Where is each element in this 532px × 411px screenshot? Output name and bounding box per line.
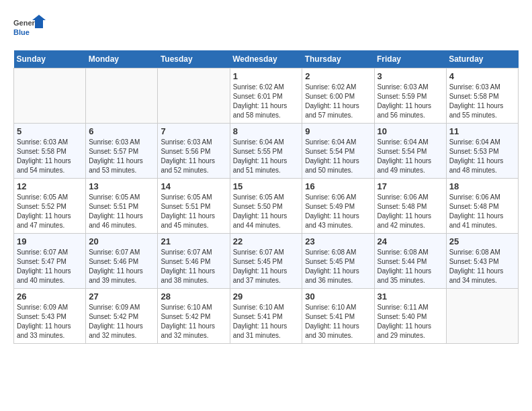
day-number: 24 [378, 236, 443, 246]
calendar-cell: 21Sunrise: 6:07 AMSunset: 5:46 PMDayligh… [158, 234, 230, 289]
day-info: Sunrise: 6:06 AMSunset: 5:48 PMDaylight:… [378, 193, 443, 230]
day-info: Sunrise: 6:07 AMSunset: 5:45 PMDaylight:… [233, 248, 300, 285]
days-header-row: SundayMondayTuesdayWednesdayThursdayFrid… [14, 50, 519, 68]
day-number: 2 [305, 71, 371, 81]
day-number: 1 [233, 71, 300, 81]
calendar-cell: 18Sunrise: 6:06 AMSunset: 5:48 PMDayligh… [446, 179, 518, 234]
calendar-cell: 4Sunrise: 6:03 AMSunset: 5:58 PMDaylight… [446, 68, 518, 124]
calendar-cell: 17Sunrise: 6:06 AMSunset: 5:48 PMDayligh… [374, 179, 446, 234]
day-info: Sunrise: 6:04 AMSunset: 5:54 PMDaylight:… [378, 138, 443, 175]
calendar-cell: 30Sunrise: 6:10 AMSunset: 5:41 PMDayligh… [302, 289, 374, 344]
calendar-cell: 27Sunrise: 6:09 AMSunset: 5:42 PMDayligh… [86, 289, 158, 344]
day-info: Sunrise: 6:07 AMSunset: 5:46 PMDaylight:… [89, 248, 154, 285]
day-number: 8 [233, 126, 300, 136]
calendar-cell [158, 68, 230, 124]
day-info: Sunrise: 6:03 AMSunset: 5:58 PMDaylight:… [17, 138, 83, 175]
day-number: 18 [449, 181, 515, 191]
day-number: 20 [89, 236, 154, 246]
calendar-cell: 14Sunrise: 6:05 AMSunset: 5:51 PMDayligh… [158, 179, 230, 234]
calendar-cell: 11Sunrise: 6:04 AMSunset: 5:53 PMDayligh… [446, 124, 518, 179]
day-info: Sunrise: 6:03 AMSunset: 5:57 PMDaylight:… [89, 138, 154, 175]
day-info: Sunrise: 6:02 AMSunset: 6:01 PMDaylight:… [233, 83, 300, 120]
day-number: 19 [17, 236, 83, 246]
day-number: 23 [305, 236, 371, 246]
day-number: 10 [378, 126, 443, 136]
day-info: Sunrise: 6:07 AMSunset: 5:47 PMDaylight:… [17, 248, 83, 285]
calendar-cell [446, 289, 518, 344]
calendar-table: SundayMondayTuesdayWednesdayThursdayFrid… [13, 50, 519, 344]
day-number: 5 [17, 126, 83, 136]
day-info: Sunrise: 6:04 AMSunset: 5:55 PMDaylight:… [233, 138, 300, 175]
calendar-cell: 13Sunrise: 6:05 AMSunset: 5:51 PMDayligh… [86, 179, 158, 234]
calendar-cell: 23Sunrise: 6:08 AMSunset: 5:45 PMDayligh… [302, 234, 374, 289]
day-info: Sunrise: 6:06 AMSunset: 5:49 PMDaylight:… [305, 193, 371, 230]
day-header-wednesday: Wednesday [230, 50, 302, 68]
calendar-cell: 26Sunrise: 6:09 AMSunset: 5:43 PMDayligh… [14, 289, 86, 344]
day-header-thursday: Thursday [302, 50, 374, 68]
day-number: 15 [233, 181, 300, 191]
day-number: 7 [161, 126, 226, 136]
calendar-cell: 6Sunrise: 6:03 AMSunset: 5:57 PMDaylight… [86, 124, 158, 179]
calendar-week-4: 19Sunrise: 6:07 AMSunset: 5:47 PMDayligh… [14, 234, 519, 289]
day-number: 26 [17, 291, 83, 302]
day-header-tuesday: Tuesday [158, 50, 230, 68]
calendar-cell: 3Sunrise: 6:03 AMSunset: 5:59 PMDaylight… [374, 68, 446, 124]
calendar-cell [14, 68, 86, 124]
calendar-cell: 1Sunrise: 6:02 AMSunset: 6:01 PMDaylight… [230, 68, 302, 124]
calendar-week-1: 1Sunrise: 6:02 AMSunset: 6:01 PMDaylight… [14, 68, 519, 124]
day-number: 17 [378, 181, 443, 191]
calendar-cell: 22Sunrise: 6:07 AMSunset: 5:45 PMDayligh… [230, 234, 302, 289]
day-number: 13 [89, 181, 154, 191]
calendar-week-2: 5Sunrise: 6:03 AMSunset: 5:58 PMDaylight… [14, 124, 519, 179]
day-number: 9 [305, 126, 371, 136]
day-info: Sunrise: 6:09 AMSunset: 5:42 PMDaylight:… [89, 303, 154, 340]
day-number: 30 [305, 291, 371, 302]
calendar-cell: 20Sunrise: 6:07 AMSunset: 5:46 PMDayligh… [86, 234, 158, 289]
calendar-cell: 25Sunrise: 6:08 AMSunset: 5:43 PMDayligh… [446, 234, 518, 289]
day-info: Sunrise: 6:05 AMSunset: 5:50 PMDaylight:… [233, 193, 300, 230]
day-number: 21 [161, 236, 226, 246]
day-number: 12 [17, 181, 83, 191]
day-info: Sunrise: 6:09 AMSunset: 5:43 PMDaylight:… [17, 303, 83, 340]
calendar-cell: 15Sunrise: 6:05 AMSunset: 5:50 PMDayligh… [230, 179, 302, 234]
day-info: Sunrise: 6:11 AMSunset: 5:40 PMDaylight:… [378, 303, 443, 340]
day-info: Sunrise: 6:08 AMSunset: 5:45 PMDaylight:… [305, 248, 371, 285]
calendar-cell: 8Sunrise: 6:04 AMSunset: 5:55 PMDaylight… [230, 124, 302, 179]
day-info: Sunrise: 6:10 AMSunset: 5:42 PMDaylight:… [161, 303, 226, 340]
day-info: Sunrise: 6:08 AMSunset: 5:43 PMDaylight:… [449, 248, 515, 285]
day-number: 4 [449, 71, 515, 81]
calendar-week-5: 26Sunrise: 6:09 AMSunset: 5:43 PMDayligh… [14, 289, 519, 344]
calendar-cell: 24Sunrise: 6:08 AMSunset: 5:44 PMDayligh… [374, 234, 446, 289]
day-header-monday: Monday [86, 50, 158, 68]
svg-text:Blue: Blue [13, 28, 30, 36]
calendar-cell [86, 68, 158, 124]
day-info: Sunrise: 6:10 AMSunset: 5:41 PMDaylight:… [305, 303, 371, 340]
day-number: 14 [161, 181, 226, 191]
day-number: 22 [233, 236, 300, 246]
calendar-cell: 7Sunrise: 6:03 AMSunset: 5:56 PMDaylight… [158, 124, 230, 179]
day-info: Sunrise: 6:06 AMSunset: 5:48 PMDaylight:… [449, 193, 515, 230]
calendar-cell: 5Sunrise: 6:03 AMSunset: 5:58 PMDaylight… [14, 124, 86, 179]
day-info: Sunrise: 6:05 AMSunset: 5:52 PMDaylight:… [17, 193, 83, 230]
day-number: 27 [89, 291, 154, 302]
day-info: Sunrise: 6:05 AMSunset: 5:51 PMDaylight:… [161, 193, 226, 230]
calendar-cell: 2Sunrise: 6:02 AMSunset: 6:00 PMDaylight… [302, 68, 374, 124]
day-header-saturday: Saturday [446, 50, 518, 68]
calendar-cell: 10Sunrise: 6:04 AMSunset: 5:54 PMDayligh… [374, 124, 446, 179]
header: General Blue [13, 13, 519, 44]
calendar-cell: 12Sunrise: 6:05 AMSunset: 5:52 PMDayligh… [14, 179, 86, 234]
day-info: Sunrise: 6:03 AMSunset: 5:59 PMDaylight:… [378, 83, 443, 120]
day-info: Sunrise: 6:03 AMSunset: 5:56 PMDaylight:… [161, 138, 226, 175]
day-info: Sunrise: 6:05 AMSunset: 5:51 PMDaylight:… [89, 193, 154, 230]
calendar-cell: 28Sunrise: 6:10 AMSunset: 5:42 PMDayligh… [158, 289, 230, 344]
day-number: 31 [378, 291, 443, 302]
day-header-friday: Friday [374, 50, 446, 68]
calendar-week-3: 12Sunrise: 6:05 AMSunset: 5:52 PMDayligh… [14, 179, 519, 234]
day-number: 16 [305, 181, 371, 191]
calendar-cell: 31Sunrise: 6:11 AMSunset: 5:40 PMDayligh… [374, 289, 446, 344]
day-number: 29 [233, 291, 300, 302]
day-number: 28 [161, 291, 226, 302]
day-info: Sunrise: 6:04 AMSunset: 5:53 PMDaylight:… [449, 138, 515, 175]
logo-svg: General Blue [13, 13, 47, 44]
day-info: Sunrise: 6:04 AMSunset: 5:54 PMDaylight:… [305, 138, 371, 175]
